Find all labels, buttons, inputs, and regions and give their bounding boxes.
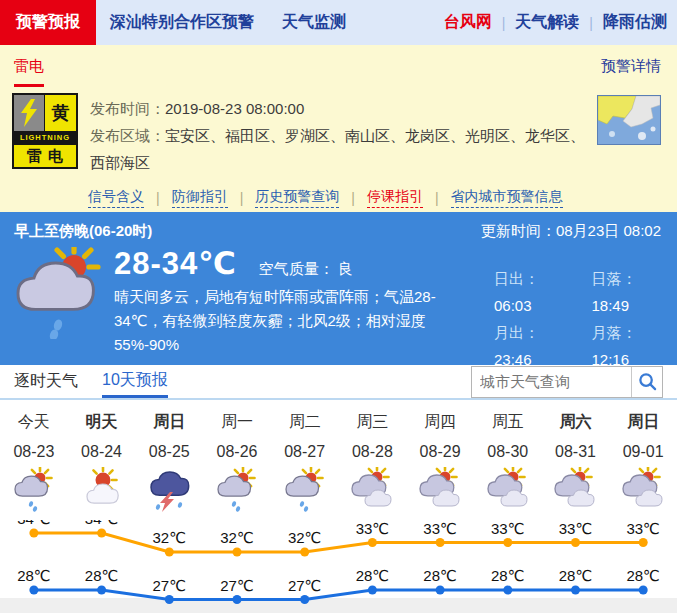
svg-text:28℃: 28℃ [85, 567, 119, 584]
topbar-tabs: 深汕特别合作区预警 天气监测 [96, 0, 346, 45]
day-name: 今天 [0, 412, 68, 433]
warning-link-0[interactable]: 信号含义 [88, 188, 144, 208]
day-date: 08-29 [406, 443, 474, 461]
day-name: 周二 [271, 412, 339, 433]
warning-region-minimap[interactable] [597, 95, 661, 145]
warning-link-3[interactable]: 停课指引 [367, 188, 423, 208]
city-search-input[interactable] [472, 367, 631, 397]
top-navbar: 预警预报 深汕特别合作区预警 天气监测 台风网|天气解读|降雨估测 [0, 0, 677, 45]
topbar-separator: | [589, 15, 593, 31]
current-panel-header: 早上至傍晚(06-20时) 更新时间：08月23日 08:02 [0, 212, 677, 241]
topbar-link-0[interactable]: 台风网 [444, 12, 492, 33]
warning-link-separator: | [435, 190, 439, 206]
day-date: 08-31 [542, 443, 610, 461]
search-button[interactable] [631, 367, 662, 397]
topbar-link-1[interactable]: 天气解读 [515, 12, 579, 33]
ten-day-forecast: 今天08-23明天08-24周日08-25周一08-26周二08-27周三08-… [0, 400, 677, 613]
forecast-day-column-6[interactable]: 周四08-29 [406, 400, 474, 513]
svg-text:32℃: 32℃ [288, 529, 322, 546]
warning-detail-link[interactable]: 预警详情 [601, 57, 661, 76]
aqi-label: 空气质量： [259, 260, 334, 277]
warning-links-row: 信号含义|防御指引|历史预警查询|停课指引|省内城市预警信息 [0, 176, 677, 208]
svg-text:28℃: 28℃ [559, 567, 593, 584]
aqi-value[interactable]: 良 [338, 260, 353, 277]
svg-text:33℃: 33℃ [559, 520, 593, 537]
sunset-label: 日落： [592, 270, 637, 287]
issue-time-label: 发布时间： [90, 100, 165, 117]
day-name: 周三 [339, 412, 407, 433]
svg-text:27℃: 27℃ [220, 577, 254, 594]
day-name: 周日 [135, 412, 203, 433]
weather-shower-icon [203, 467, 271, 513]
temp-range: 28-34℃ [114, 245, 237, 282]
warning-link-1[interactable]: 防御指引 [172, 188, 228, 208]
day-name: 周一 [203, 412, 271, 433]
day-name: 周五 [474, 412, 542, 433]
weather-shower-icon [271, 467, 339, 513]
svg-text:32℃: 32℃ [153, 529, 187, 546]
day-name: 明天 [68, 412, 136, 433]
current-weather-panel: 早上至傍晚(06-20时) 更新时间：08月23日 08:02 28-34℃ 空… [0, 212, 677, 365]
svg-text:28℃: 28℃ [356, 567, 390, 584]
tab-warning-forecast[interactable]: 预警预报 [0, 0, 96, 45]
search-icon [638, 372, 657, 391]
svg-text:33℃: 33℃ [356, 520, 390, 537]
moonrise-label: 月出： [494, 324, 539, 341]
warning-type-tab[interactable]: 雷电 [14, 57, 44, 87]
topbar-right-links: 台风网|天气解读|降雨估测 [444, 0, 677, 45]
forecast-day-column-0[interactable]: 今天08-23 [0, 400, 68, 513]
svg-text:28℃: 28℃ [17, 567, 51, 584]
weather-thunder-icon [135, 467, 203, 513]
temperature-chart: 34℃34℃32℃32℃32℃33℃33℃33℃33℃33℃28℃28℃27℃2… [0, 520, 677, 613]
svg-text:28℃: 28℃ [626, 567, 660, 584]
forecast-day-column-1[interactable]: 明天08-24 [68, 400, 136, 513]
forecast-day-column-4[interactable]: 周二08-27 [271, 400, 339, 513]
moonset-label: 月落： [592, 324, 637, 341]
day-date: 08-25 [135, 443, 203, 461]
topbar-separator: | [502, 15, 506, 31]
warning-link-separator: | [351, 190, 355, 206]
forecast-day-column-9[interactable]: 周日09-01 [609, 400, 677, 513]
update-time-row: 更新时间：08月23日 08:02 [481, 222, 661, 241]
forecast-day-column-3[interactable]: 周一08-26 [203, 400, 271, 513]
update-time-label: 更新时间： [481, 222, 556, 239]
weather-cloudy-icon [406, 467, 474, 513]
sunrise-value: 06:03 [494, 297, 532, 314]
warning-link-2[interactable]: 历史预警查询 [255, 188, 339, 208]
update-time-value: 08月23日 08:02 [556, 222, 661, 239]
svg-text:28℃: 28℃ [423, 567, 457, 584]
svg-text:33℃: 33℃ [423, 520, 457, 537]
lightning-yellow-warning-sign-icon: 黄 LIGHTNING 雷电 [12, 93, 78, 169]
svg-text:34℃: 34℃ [85, 520, 119, 527]
warning-link-4[interactable]: 省内城市预警信息 [451, 188, 563, 208]
sunrise-sunset-row: 日出：06:03 日落：18:49 [494, 265, 663, 319]
forecast-day-column-8[interactable]: 周六08-31 [542, 400, 610, 513]
forecast-day-column-7[interactable]: 周五08-30 [474, 400, 542, 513]
svg-text:33℃: 33℃ [491, 520, 525, 537]
day-date: 08-27 [271, 443, 339, 461]
day-date: 08-24 [68, 443, 136, 461]
sign-top: 黄 [14, 95, 76, 131]
svg-text:34℃: 34℃ [17, 520, 51, 527]
weather-description: 晴天间多云，局地有短时阵雨或雷阵雨；气温28-34℃，有轻微到轻度灰霾；北风2级… [114, 285, 466, 357]
day-date: 08-26 [203, 443, 271, 461]
tab-shenshan-warning[interactable]: 深汕特别合作区预警 [110, 12, 254, 33]
sign-lightning-label: LIGHTNING [14, 131, 76, 144]
forecast-day-columns: 今天08-23明天08-24周日08-25周一08-26周二08-27周三08-… [0, 400, 677, 513]
weather-partly-icon [68, 467, 136, 513]
sunrise-label: 日出： [494, 270, 539, 287]
sign-type-label: 雷电 [14, 144, 76, 167]
weather-cloudy-icon [542, 467, 610, 513]
weather-cloudy-icon [474, 467, 542, 513]
lightning-bolt-icon [14, 95, 45, 131]
svg-text:32℃: 32℃ [220, 529, 254, 546]
warning-header: 雷电 预警详情 [0, 45, 677, 85]
day-date: 08-28 [339, 443, 407, 461]
forecast-day-column-5[interactable]: 周三08-28 [339, 400, 407, 513]
tab-hourly-weather[interactable]: 逐时天气 [14, 365, 78, 398]
issue-time-value: 2019-08-23 08:00:00 [165, 100, 304, 117]
forecast-day-column-2[interactable]: 周日08-25 [135, 400, 203, 513]
tab-weather-monitor[interactable]: 天气监测 [282, 12, 346, 33]
tab-ten-day-forecast[interactable]: 10天预报 [102, 365, 168, 398]
topbar-link-2[interactable]: 降雨估测 [603, 12, 667, 33]
